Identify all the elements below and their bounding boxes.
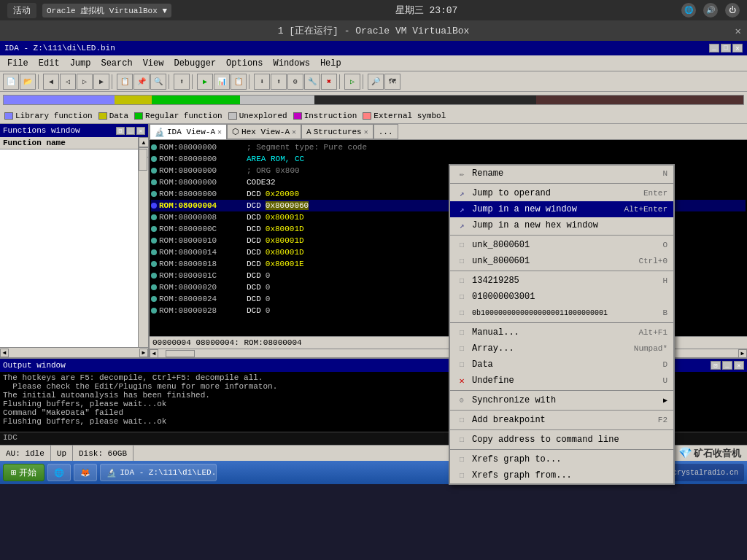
tb-back[interactable]: ◀ — [43, 74, 59, 90]
tab-hex-view-a-close[interactable]: ✕ — [292, 128, 296, 136]
functions-panel-minimize[interactable]: _ — [126, 127, 135, 135]
tab-extra[interactable]: ... — [374, 124, 398, 139]
menu-options[interactable]: Options — [222, 58, 267, 69]
tb-sep-1 — [38, 74, 41, 89]
tab-hex-view-a[interactable]: ⬡ Hex View-A ✕ — [227, 124, 301, 139]
ida-title-text: IDA - Z:\111\di\LED.bin — [4, 44, 115, 52]
menu-search[interactable]: Search — [96, 58, 136, 69]
navigation-overview[interactable] — [3, 95, 744, 105]
ctx-sync[interactable]: ⚙ Synchronize with ▶ — [450, 392, 673, 408]
volume-icon[interactable]: 🔊 — [703, 3, 718, 18]
start-button[interactable]: ⊞ 开始 — [3, 464, 44, 481]
tb-back2[interactable]: ◁ — [60, 74, 76, 90]
oracle-vm-button[interactable]: Oracle 虚拟机 VirtualBox ▼ — [42, 4, 171, 18]
menu-edit[interactable]: Edit — [34, 58, 64, 69]
hscroll-right[interactable]: ▶ — [139, 349, 148, 357]
menu-windows[interactable]: Windows — [269, 58, 314, 69]
menu-debugger[interactable]: Debugger — [169, 58, 220, 69]
ctx-breakpoint-label: Add breakpoint — [472, 415, 546, 425]
disasm-hscroll-left[interactable]: ◀ — [150, 349, 158, 358]
tab-structures-close[interactable]: ✕ — [364, 128, 368, 136]
tb-cfg2[interactable]: 🔧 — [304, 74, 320, 90]
asm-dot-10 — [151, 249, 157, 255]
ctx-xref-to[interactable]: □ Xrefs graph to... — [450, 451, 673, 467]
ctx-jump-new-window[interactable]: ↗ Jump in a new window Alt+Enter — [450, 201, 673, 217]
tb-stop[interactable]: ✖ — [321, 74, 337, 90]
ctx-array[interactable]: □ Array... Numpad* — [450, 341, 673, 357]
tb-search[interactable]: 🔍 — [150, 74, 166, 90]
tb-zoom2[interactable]: 🗺 — [384, 74, 400, 90]
ctx-num-oct[interactable]: □ 010000003001 — [450, 289, 673, 305]
tab-structures[interactable]: A Structures ✕ — [301, 124, 374, 139]
tb-import[interactable]: ⬇ — [254, 74, 270, 90]
tb-graph[interactable]: 📊 — [214, 74, 230, 90]
ctx-unk2[interactable]: □ unk_8000601 Ctrl+0 — [450, 253, 673, 269]
network-icon[interactable]: 🌐 — [681, 3, 696, 18]
vbox-close-button[interactable]: ✕ — [735, 25, 741, 37]
ctx-jump-operand[interactable]: ↗ Jump to operand Enter — [450, 185, 673, 201]
asm-content-4: CODE32 — [247, 178, 276, 187]
functions-panel-close[interactable]: ✕ — [136, 127, 145, 135]
copy-addr-icon: □ — [456, 434, 468, 446]
function-list-rows[interactable] — [0, 149, 138, 345]
asm-addr-10: ROM:08000014 — [159, 248, 247, 257]
tb-new[interactable]: 📄 — [3, 74, 19, 90]
functions-vscrollbar[interactable]: ▲ ▼ — [138, 137, 148, 347]
output-minimize-btn[interactable]: _ — [722, 361, 732, 370]
ctx-xref-from[interactable]: □ Xrefs graph from... — [450, 467, 673, 483]
disasm-hscroll-right[interactable]: ▶ — [738, 349, 747, 358]
tb-run[interactable]: ▶ — [197, 74, 213, 90]
unk2-icon: □ — [456, 255, 468, 267]
unk1-icon: □ — [456, 239, 468, 251]
ctx-jump-hex-window[interactable]: ↗ Jump in a new hex window — [450, 217, 673, 233]
ctx-manual[interactable]: □ Manual... Alt+F1 — [450, 324, 673, 341]
tb-list[interactable]: 📋 — [231, 74, 247, 90]
ctx-copy-addr[interactable]: □ Copy address to command line — [450, 432, 673, 448]
tb-debug[interactable]: ▷ — [344, 74, 360, 90]
tab-ida-view-a-close[interactable]: ✕ — [217, 128, 222, 136]
tb-paste[interactable]: 📌 — [133, 74, 150, 90]
ida-taskbar-label: IDA - Z:\111\di\LED... — [120, 468, 217, 477]
ctx-data[interactable]: □ Data D — [450, 357, 673, 373]
num-oct-icon: □ — [456, 291, 468, 303]
ctx-unk1[interactable]: □ unk_8000601 O — [450, 237, 673, 253]
tb-fwd2[interactable]: ▶ — [93, 74, 109, 90]
disasm-hscroll-thumb[interactable] — [166, 350, 195, 357]
tb-up[interactable]: ⬆ — [174, 74, 190, 90]
ctx-breakpoint[interactable]: □ Add breakpoint F2 — [450, 412, 673, 428]
functions-panel-icon[interactable]: ⊡ — [116, 127, 125, 135]
activities-button[interactable]: 活动 — [7, 3, 36, 18]
hscroll-left[interactable]: ◀ — [0, 349, 9, 357]
asm-dot-9 — [151, 238, 157, 244]
ctx-undefine[interactable]: ✕ Undefine U — [450, 373, 673, 389]
vscroll-thumb[interactable] — [139, 149, 147, 171]
menu-help[interactable]: Help — [316, 58, 346, 69]
ctx-rename[interactable]: ✏ Rename N — [450, 166, 673, 182]
ctx-num-bin[interactable]: □ 0b10000000000000000011000000001 B — [450, 305, 673, 321]
output-close-btn[interactable]: ✕ — [734, 361, 744, 370]
menu-file[interactable]: File — [3, 58, 33, 69]
tb-export[interactable]: ⬆ — [271, 74, 287, 90]
tb-copy[interactable]: 📋 — [117, 74, 133, 90]
power-icon[interactable]: ⏻ — [725, 3, 740, 18]
ida-close-btn[interactable]: ✕ — [732, 44, 743, 52]
asm-op-6: 0x8000060 — [266, 201, 309, 210]
tb-zoom[interactable]: 🔎 — [368, 74, 384, 90]
ida-restore-btn[interactable]: □ — [721, 44, 731, 52]
taskbar-browser-ff[interactable]: 🦊 — [74, 464, 97, 481]
menu-view[interactable]: View — [139, 58, 169, 69]
ctx-num-dec[interactable]: □ 134219285 H — [450, 273, 673, 289]
tab-ida-view-a[interactable]: 🔬 IDA View-A ✕ — [150, 124, 227, 139]
tb-fwd[interactable]: ▷ — [77, 74, 93, 90]
vscroll-up[interactable]: ▲ — [139, 137, 148, 147]
asm-line-2: ROM:08000000 AREA ROM, CC — [151, 153, 746, 165]
functions-hscrollbar[interactable]: ◀ ▶ — [0, 347, 148, 357]
rename-icon: ✏ — [456, 168, 468, 179]
tb-open[interactable]: 📂 — [20, 74, 36, 90]
menu-jump[interactable]: Jump — [66, 58, 96, 69]
ida-minimize-btn[interactable]: _ — [709, 44, 719, 52]
taskbar-item-ida[interactable]: 🔬 IDA - Z:\111\di\LED... — [100, 464, 217, 481]
tb-cfg[interactable]: ⚙ — [287, 74, 303, 90]
output-restore-btn[interactable]: ⊡ — [711, 361, 721, 370]
taskbar-browser-ie[interactable]: 🌐 — [47, 464, 71, 481]
